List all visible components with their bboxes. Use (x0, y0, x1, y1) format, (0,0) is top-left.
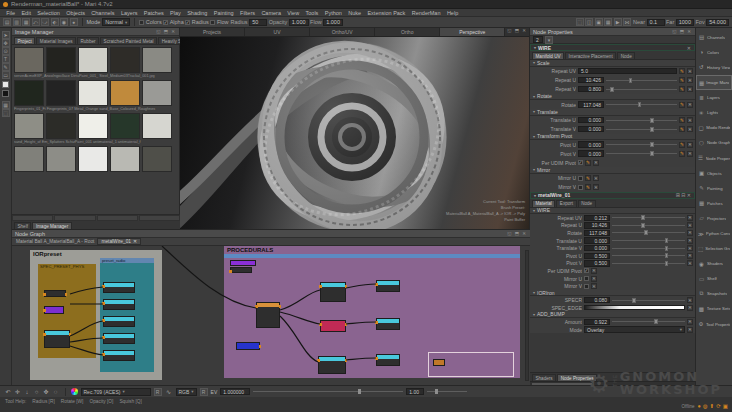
graph-tab[interactable]: metalWire_01 ✕ (97, 238, 141, 245)
texture-thumbnail[interactable] (110, 80, 140, 106)
reset-icon[interactable]: ✕ (687, 327, 693, 333)
reset-icon[interactable]: ✕ (687, 68, 693, 74)
edit-icon[interactable]: ✎ (679, 117, 685, 123)
texture-thumbnail[interactable] (14, 80, 44, 106)
property-value-field[interactable]: 117.048 (584, 230, 610, 237)
palette-dock-item[interactable]: ✎ Painting (696, 181, 732, 196)
view-toolbar-icon[interactable]: ◫ (585, 18, 593, 26)
slider-handle[interactable] (665, 253, 669, 258)
texture-thumbnail[interactable] (46, 113, 76, 139)
texture-thumbnail[interactable] (14, 47, 44, 73)
view-toolbar-icon[interactable]: ▦ (604, 18, 612, 26)
menu-item[interactable]: Camera (258, 10, 284, 16)
view-toolbar-icon[interactable]: ▶ (614, 18, 622, 26)
footer-tool-icon[interactable]: ↶ (4, 388, 12, 396)
tool-icon[interactable]: ⬚ (2, 109, 10, 117)
palette-dock-item[interactable]: ▱ Projectors (696, 211, 732, 226)
tool-icon[interactable]: ▭ (2, 71, 10, 79)
close-icon[interactable]: ✕ (687, 45, 691, 51)
graph-node[interactable] (376, 318, 400, 330)
reset-icon[interactable]: ✕ (687, 126, 693, 132)
graph-node[interactable] (230, 260, 256, 266)
reset-icon[interactable]: ✕ (687, 222, 693, 228)
menu-item[interactable]: Channels (88, 10, 118, 16)
collapse-triangle-icon[interactable]: ▾ (534, 45, 536, 50)
texture-thumbnail[interactable] (142, 113, 172, 139)
footer-tool-icon[interactable]: ✥ (42, 388, 50, 396)
checkbox-icon[interactable] (163, 20, 168, 25)
slider-handle[interactable] (650, 151, 654, 156)
graph-node[interactable] (320, 282, 346, 302)
reset-icon[interactable]: ✕ (687, 86, 693, 92)
reset-icon[interactable]: ✕ (687, 142, 693, 148)
slider-handle[interactable] (641, 215, 645, 220)
viewport-tab[interactable]: Projects (180, 28, 245, 36)
texture-thumbnail[interactable] (142, 47, 172, 73)
toolbar-icon[interactable]: ▥ (13, 18, 21, 26)
tool-icon[interactable]: ➤ (2, 31, 10, 39)
dock-tab[interactable]: Image Manager (32, 222, 71, 229)
mode-select[interactable]: Normal▾ (102, 18, 130, 26)
render-canvas[interactable]: Current Tool: TransformBrush Preset:Mate… (180, 37, 529, 229)
menu-item[interactable]: View (284, 10, 302, 16)
panel-control-icons[interactable]: ◱ ⬒ ✕ (505, 28, 529, 36)
property-value-field[interactable]: 10.426 (584, 222, 610, 229)
checkbox-icon[interactable] (210, 20, 215, 25)
image-set-tab[interactable]: Scratched Painted Metal (100, 37, 157, 44)
edit-icon[interactable]: ✎ (679, 151, 685, 157)
menu-item[interactable]: RenderMan (409, 10, 444, 16)
viewport-tab[interactable]: Perspective (440, 28, 505, 36)
field-input[interactable]: 1.000 (289, 19, 309, 26)
palette-dock-item[interactable]: ↺ History View (696, 60, 732, 75)
property-checkbox[interactable] (578, 160, 583, 165)
color-management-icon[interactable] (71, 388, 78, 395)
menu-item[interactable]: Filters (237, 10, 258, 16)
palette-dock-item[interactable]: ◑ Colors (696, 45, 732, 60)
property-slider[interactable] (606, 86, 677, 92)
palette-dock-item[interactable]: ≫ Python Console (696, 226, 732, 241)
palette-dock-item[interactable]: ⬚ Selection Groups (696, 241, 732, 256)
property-value-field[interactable]: 5.0 (578, 68, 677, 75)
property-slider[interactable] (612, 319, 685, 325)
gain-slider[interactable] (427, 389, 467, 394)
palette-dock-item[interactable]: ▦ Image Manager (696, 75, 732, 90)
property-slider[interactable] (612, 297, 685, 303)
status-icon[interactable]: ⬆ (710, 403, 715, 409)
graph-node[interactable] (376, 280, 400, 292)
texture-thumbnail[interactable] (78, 113, 108, 139)
slider-handle[interactable] (629, 78, 633, 83)
texture-thumbnail[interactable] (142, 146, 172, 172)
palette-dock-item[interactable]: ⧉ Snapshots (696, 287, 732, 302)
property-value-field[interactable]: 0.000 (578, 150, 604, 157)
slider-handle[interactable] (641, 223, 645, 228)
close-icon[interactable]: ✕ (133, 239, 137, 244)
edit-icon[interactable]: ✎ (679, 102, 685, 108)
texture-thumbnail[interactable] (78, 146, 108, 172)
menu-item[interactable]: Edit (18, 10, 34, 16)
graph-node[interactable] (103, 282, 135, 293)
tool-icon[interactable]: T (2, 55, 10, 63)
wire-section-header[interactable]: ▾ WIRE ✕ (530, 44, 695, 51)
slider-handle[interactable] (632, 298, 636, 303)
reset-icon[interactable]: ✕ (687, 77, 693, 83)
texture-thumbnail[interactable] (14, 146, 44, 172)
property-slider[interactable] (612, 238, 685, 244)
reset-icon[interactable]: ✕ (687, 102, 693, 108)
reset-icon[interactable]: ✕ (593, 160, 599, 166)
palette-dock-item[interactable]: ⚙ Tool Properties (696, 317, 732, 332)
edit-icon[interactable]: ✎ (679, 126, 685, 132)
reset-icon[interactable]: ✕ (687, 151, 693, 157)
graph-node[interactable] (44, 290, 66, 297)
footer-tool-icon[interactable]: ◌ (52, 388, 60, 396)
reset-icon[interactable]: ✕ (687, 117, 693, 123)
menu-item[interactable]: Layers (118, 10, 141, 16)
field-input[interactable]: 1.000 (323, 19, 343, 26)
toolbar-icon[interactable]: ⤺ (32, 18, 40, 26)
image-set-tab[interactable]: Rubber (77, 37, 99, 44)
dock-tab[interactable]: Node Properties (557, 374, 597, 381)
slider-handle[interactable] (650, 118, 654, 123)
graph-node[interactable] (433, 359, 445, 366)
checkbox-icon[interactable] (185, 20, 190, 25)
material-section-header[interactable]: ▾ metalWire_01 ⊞ ⊟ ✕ (530, 192, 695, 199)
texture-thumbnail[interactable] (46, 47, 76, 73)
